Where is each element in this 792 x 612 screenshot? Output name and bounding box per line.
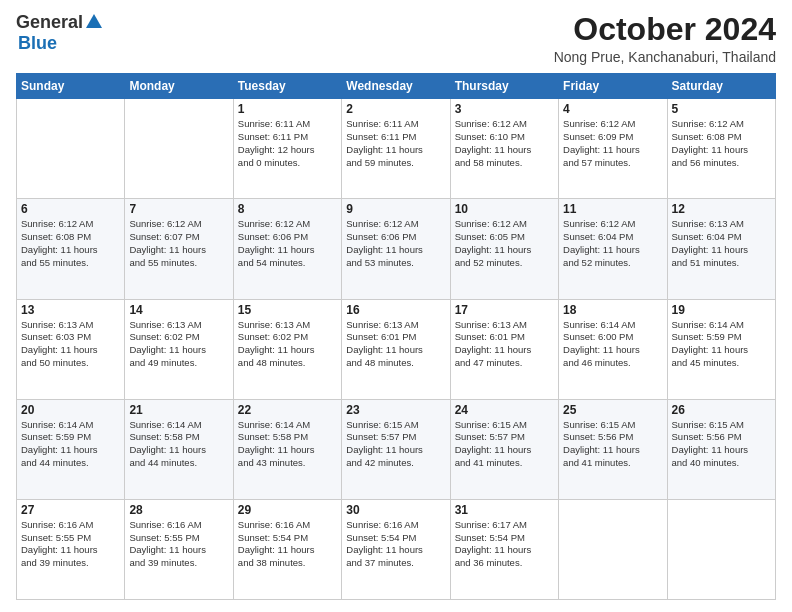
calendar-cell: 22Sunrise: 6:14 AM Sunset: 5:58 PM Dayli…: [233, 399, 341, 499]
calendar-header-monday: Monday: [125, 74, 233, 99]
day-number: 4: [563, 102, 662, 116]
logo-general-text: General: [16, 12, 83, 33]
day-number: 5: [672, 102, 771, 116]
calendar-cell: 7Sunrise: 6:12 AM Sunset: 6:07 PM Daylig…: [125, 199, 233, 299]
day-info: Sunrise: 6:12 AM Sunset: 6:09 PM Dayligh…: [563, 118, 662, 169]
calendar-cell: 17Sunrise: 6:13 AM Sunset: 6:01 PM Dayli…: [450, 299, 558, 399]
calendar-cell: 13Sunrise: 6:13 AM Sunset: 6:03 PM Dayli…: [17, 299, 125, 399]
day-info: Sunrise: 6:15 AM Sunset: 5:57 PM Dayligh…: [346, 419, 445, 470]
day-number: 24: [455, 403, 554, 417]
calendar-header-friday: Friday: [559, 74, 667, 99]
page-header: General Blue October 2024 Nong Prue, Kan…: [16, 12, 776, 65]
logo-blue-text: Blue: [18, 33, 57, 54]
day-number: 12: [672, 202, 771, 216]
calendar-week-row: 13Sunrise: 6:13 AM Sunset: 6:03 PM Dayli…: [17, 299, 776, 399]
day-info: Sunrise: 6:16 AM Sunset: 5:54 PM Dayligh…: [238, 519, 337, 570]
day-number: 17: [455, 303, 554, 317]
calendar-cell: [17, 99, 125, 199]
day-info: Sunrise: 6:14 AM Sunset: 5:58 PM Dayligh…: [238, 419, 337, 470]
day-number: 21: [129, 403, 228, 417]
day-info: Sunrise: 6:14 AM Sunset: 6:00 PM Dayligh…: [563, 319, 662, 370]
calendar-cell: 30Sunrise: 6:16 AM Sunset: 5:54 PM Dayli…: [342, 499, 450, 599]
day-info: Sunrise: 6:12 AM Sunset: 6:08 PM Dayligh…: [672, 118, 771, 169]
calendar-cell: 23Sunrise: 6:15 AM Sunset: 5:57 PM Dayli…: [342, 399, 450, 499]
calendar-week-row: 1Sunrise: 6:11 AM Sunset: 6:11 PM Daylig…: [17, 99, 776, 199]
title-block: October 2024 Nong Prue, Kanchanaburi, Th…: [554, 12, 776, 65]
calendar-header-wednesday: Wednesday: [342, 74, 450, 99]
month-title: October 2024: [554, 12, 776, 47]
day-number: 7: [129, 202, 228, 216]
day-info: Sunrise: 6:17 AM Sunset: 5:54 PM Dayligh…: [455, 519, 554, 570]
calendar-week-row: 27Sunrise: 6:16 AM Sunset: 5:55 PM Dayli…: [17, 499, 776, 599]
day-info: Sunrise: 6:13 AM Sunset: 6:01 PM Dayligh…: [455, 319, 554, 370]
day-info: Sunrise: 6:13 AM Sunset: 6:04 PM Dayligh…: [672, 218, 771, 269]
day-info: Sunrise: 6:12 AM Sunset: 6:05 PM Dayligh…: [455, 218, 554, 269]
calendar-header-row: SundayMondayTuesdayWednesdayThursdayFrid…: [17, 74, 776, 99]
calendar-cell: 4Sunrise: 6:12 AM Sunset: 6:09 PM Daylig…: [559, 99, 667, 199]
day-number: 31: [455, 503, 554, 517]
calendar-cell: 18Sunrise: 6:14 AM Sunset: 6:00 PM Dayli…: [559, 299, 667, 399]
calendar-cell: 11Sunrise: 6:12 AM Sunset: 6:04 PM Dayli…: [559, 199, 667, 299]
day-info: Sunrise: 6:14 AM Sunset: 5:59 PM Dayligh…: [21, 419, 120, 470]
day-number: 13: [21, 303, 120, 317]
day-number: 14: [129, 303, 228, 317]
day-info: Sunrise: 6:14 AM Sunset: 5:59 PM Dayligh…: [672, 319, 771, 370]
calendar-cell: 3Sunrise: 6:12 AM Sunset: 6:10 PM Daylig…: [450, 99, 558, 199]
calendar-header-sunday: Sunday: [17, 74, 125, 99]
day-info: Sunrise: 6:15 AM Sunset: 5:56 PM Dayligh…: [672, 419, 771, 470]
calendar-cell: 2Sunrise: 6:11 AM Sunset: 6:11 PM Daylig…: [342, 99, 450, 199]
day-info: Sunrise: 6:16 AM Sunset: 5:55 PM Dayligh…: [21, 519, 120, 570]
day-number: 30: [346, 503, 445, 517]
day-info: Sunrise: 6:13 AM Sunset: 6:03 PM Dayligh…: [21, 319, 120, 370]
day-number: 27: [21, 503, 120, 517]
calendar-cell: [559, 499, 667, 599]
day-number: 23: [346, 403, 445, 417]
day-info: Sunrise: 6:12 AM Sunset: 6:06 PM Dayligh…: [238, 218, 337, 269]
day-number: 20: [21, 403, 120, 417]
logo-arrow-icon: [86, 14, 102, 30]
calendar-header-tuesday: Tuesday: [233, 74, 341, 99]
day-number: 18: [563, 303, 662, 317]
day-info: Sunrise: 6:11 AM Sunset: 6:11 PM Dayligh…: [346, 118, 445, 169]
calendar-cell: 27Sunrise: 6:16 AM Sunset: 5:55 PM Dayli…: [17, 499, 125, 599]
day-number: 28: [129, 503, 228, 517]
calendar-week-row: 20Sunrise: 6:14 AM Sunset: 5:59 PM Dayli…: [17, 399, 776, 499]
day-number: 2: [346, 102, 445, 116]
day-number: 6: [21, 202, 120, 216]
day-info: Sunrise: 6:14 AM Sunset: 5:58 PM Dayligh…: [129, 419, 228, 470]
day-number: 1: [238, 102, 337, 116]
day-number: 19: [672, 303, 771, 317]
day-info: Sunrise: 6:12 AM Sunset: 6:08 PM Dayligh…: [21, 218, 120, 269]
calendar-week-row: 6Sunrise: 6:12 AM Sunset: 6:08 PM Daylig…: [17, 199, 776, 299]
calendar-cell: 10Sunrise: 6:12 AM Sunset: 6:05 PM Dayli…: [450, 199, 558, 299]
calendar-header-saturday: Saturday: [667, 74, 775, 99]
calendar-cell: 31Sunrise: 6:17 AM Sunset: 5:54 PM Dayli…: [450, 499, 558, 599]
day-number: 11: [563, 202, 662, 216]
calendar-cell: [667, 499, 775, 599]
calendar-cell: 28Sunrise: 6:16 AM Sunset: 5:55 PM Dayli…: [125, 499, 233, 599]
calendar-cell: 15Sunrise: 6:13 AM Sunset: 6:02 PM Dayli…: [233, 299, 341, 399]
calendar-cell: 21Sunrise: 6:14 AM Sunset: 5:58 PM Dayli…: [125, 399, 233, 499]
day-number: 29: [238, 503, 337, 517]
calendar-cell: 8Sunrise: 6:12 AM Sunset: 6:06 PM Daylig…: [233, 199, 341, 299]
day-number: 15: [238, 303, 337, 317]
day-number: 8: [238, 202, 337, 216]
day-info: Sunrise: 6:12 AM Sunset: 6:07 PM Dayligh…: [129, 218, 228, 269]
day-info: Sunrise: 6:15 AM Sunset: 5:57 PM Dayligh…: [455, 419, 554, 470]
day-number: 9: [346, 202, 445, 216]
day-info: Sunrise: 6:16 AM Sunset: 5:54 PM Dayligh…: [346, 519, 445, 570]
calendar-cell: 16Sunrise: 6:13 AM Sunset: 6:01 PM Dayli…: [342, 299, 450, 399]
day-number: 10: [455, 202, 554, 216]
calendar-cell: 26Sunrise: 6:15 AM Sunset: 5:56 PM Dayli…: [667, 399, 775, 499]
day-info: Sunrise: 6:13 AM Sunset: 6:02 PM Dayligh…: [129, 319, 228, 370]
calendar-cell: 12Sunrise: 6:13 AM Sunset: 6:04 PM Dayli…: [667, 199, 775, 299]
calendar-cell: 29Sunrise: 6:16 AM Sunset: 5:54 PM Dayli…: [233, 499, 341, 599]
calendar-cell: 14Sunrise: 6:13 AM Sunset: 6:02 PM Dayli…: [125, 299, 233, 399]
logo: General Blue: [16, 12, 102, 54]
day-number: 25: [563, 403, 662, 417]
location-title: Nong Prue, Kanchanaburi, Thailand: [554, 49, 776, 65]
day-number: 22: [238, 403, 337, 417]
calendar-table: SundayMondayTuesdayWednesdayThursdayFrid…: [16, 73, 776, 600]
day-info: Sunrise: 6:13 AM Sunset: 6:01 PM Dayligh…: [346, 319, 445, 370]
day-info: Sunrise: 6:13 AM Sunset: 6:02 PM Dayligh…: [238, 319, 337, 370]
